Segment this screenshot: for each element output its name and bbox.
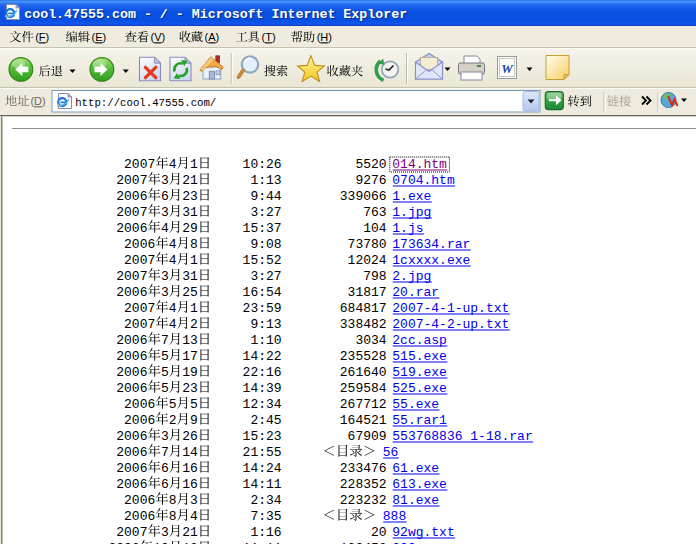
- svg-text:2: 2: [190, 317, 198, 332]
- svg-text:2006: 2006: [124, 509, 155, 524]
- svg-text:73780: 73780: [348, 237, 387, 252]
- svg-text:261640: 261640: [340, 365, 387, 380]
- svg-text:25: 25: [182, 285, 198, 300]
- svg-text:15:23: 15:23: [243, 429, 282, 444]
- svg-text:(A): (A): [205, 31, 220, 43]
- svg-text:223232: 223232: [340, 493, 387, 508]
- svg-text:12:34: 12:34: [243, 397, 282, 412]
- svg-text:2006: 2006: [116, 477, 147, 492]
- svg-text:9:44: 9:44: [250, 189, 281, 204]
- svg-text:2006: 2006: [124, 237, 155, 252]
- svg-text:4: 4: [169, 157, 177, 172]
- svg-text:16: 16: [182, 477, 198, 492]
- svg-text:8: 8: [169, 509, 177, 524]
- svg-text:2007: 2007: [116, 525, 147, 540]
- svg-text:3: 3: [161, 173, 169, 188]
- svg-text:56: 56: [383, 445, 399, 460]
- svg-text:2007: 2007: [124, 301, 155, 316]
- svg-text:55.exe: 55.exe: [392, 397, 439, 412]
- svg-text:6: 6: [161, 477, 169, 492]
- svg-text:1: 1: [190, 157, 198, 172]
- svg-text:9:13: 9:13: [250, 317, 281, 332]
- svg-text:31: 31: [182, 269, 198, 284]
- svg-text:13: 13: [182, 333, 198, 348]
- svg-text:16:54: 16:54: [243, 285, 282, 300]
- svg-text:2006: 2006: [116, 285, 147, 300]
- svg-text:2007-4-1-up.txt: 2007-4-1-up.txt: [392, 301, 509, 316]
- svg-text:5: 5: [161, 349, 169, 364]
- svg-text:2.jpg: 2.jpg: [392, 269, 431, 284]
- svg-text:cool.47555.com - / - Microsoft: cool.47555.com - / - Microsoft Internet …: [24, 7, 407, 22]
- svg-text:(H): (H): [317, 31, 332, 43]
- svg-text:W: W: [501, 61, 514, 76]
- svg-text:92wg.txt: 92wg.txt: [392, 525, 454, 540]
- svg-text:5: 5: [161, 365, 169, 380]
- svg-text:2007: 2007: [124, 253, 155, 268]
- svg-text:798: 798: [363, 269, 386, 284]
- svg-text:338482: 338482: [340, 317, 387, 332]
- svg-text:5520: 5520: [355, 157, 386, 172]
- svg-text:5: 5: [190, 397, 198, 412]
- svg-text:16: 16: [182, 461, 198, 476]
- svg-text:2006: 2006: [116, 349, 147, 364]
- svg-text:1:10: 1:10: [250, 333, 281, 348]
- svg-text:23: 23: [182, 381, 198, 396]
- svg-text:3: 3: [161, 269, 169, 284]
- svg-text:8: 8: [190, 237, 198, 252]
- svg-text:http://cool.47555.com/: http://cool.47555.com/: [75, 97, 216, 109]
- svg-text:3: 3: [161, 285, 169, 300]
- svg-text:763: 763: [363, 205, 386, 220]
- svg-text:1: 1: [190, 253, 198, 268]
- svg-text:3:27: 3:27: [250, 205, 281, 220]
- svg-text:3: 3: [161, 429, 169, 444]
- svg-text:2: 2: [169, 413, 177, 428]
- svg-text:519.exe: 519.exe: [392, 365, 447, 380]
- svg-text:3:27: 3:27: [250, 269, 281, 284]
- svg-text:81.exe: 81.exe: [392, 493, 439, 508]
- svg-text:22:16: 22:16: [243, 365, 282, 380]
- svg-text:2006: 2006: [116, 365, 147, 380]
- svg-text:14:11: 14:11: [243, 477, 282, 492]
- svg-text:1:13: 1:13: [250, 173, 281, 188]
- svg-text:0704.htm: 0704.htm: [392, 173, 455, 188]
- svg-text:5: 5: [161, 381, 169, 396]
- svg-text:9:08: 9:08: [250, 237, 281, 252]
- svg-text:(F): (F): [35, 31, 49, 43]
- svg-text:4: 4: [161, 221, 169, 236]
- svg-text:7: 7: [161, 445, 169, 460]
- svg-text:888: 888: [383, 509, 406, 524]
- svg-text:31817: 31817: [348, 285, 387, 300]
- svg-text:2:45: 2:45: [250, 413, 281, 428]
- svg-text:3: 3: [190, 493, 198, 508]
- svg-text:2006: 2006: [124, 413, 155, 428]
- svg-text:2006: 2006: [124, 397, 155, 412]
- svg-text:29: 29: [182, 221, 198, 236]
- svg-text:2006: 2006: [116, 221, 147, 236]
- svg-text:9276: 9276: [355, 173, 386, 188]
- svg-text:21: 21: [182, 525, 198, 540]
- svg-text:3: 3: [161, 525, 169, 540]
- svg-text:339066: 339066: [340, 189, 387, 204]
- svg-text:1: 1: [190, 301, 198, 316]
- svg-text:2006: 2006: [116, 429, 147, 444]
- svg-text:2006: 2006: [124, 493, 155, 508]
- svg-text:6: 6: [161, 189, 169, 204]
- svg-text:2006: 2006: [116, 445, 147, 460]
- svg-text:525.exe: 525.exe: [392, 381, 447, 396]
- svg-text:173634.rar: 173634.rar: [392, 237, 470, 252]
- svg-text:233476: 233476: [340, 461, 387, 476]
- svg-text:2cc.asp: 2cc.asp: [392, 333, 447, 348]
- svg-text:2007: 2007: [116, 269, 147, 284]
- svg-text:61.exe: 61.exe: [392, 461, 439, 476]
- svg-text:14:24: 14:24: [243, 461, 282, 476]
- svg-text:(D): (D): [30, 95, 45, 107]
- svg-text:1.js: 1.js: [392, 221, 423, 236]
- svg-text:20.rar: 20.rar: [392, 285, 439, 300]
- svg-text:8: 8: [169, 493, 177, 508]
- svg-text:164521: 164521: [340, 413, 387, 428]
- svg-text:4: 4: [169, 253, 177, 268]
- svg-text:2007: 2007: [116, 205, 147, 220]
- svg-text:14:39: 14:39: [243, 381, 282, 396]
- svg-text:4: 4: [169, 301, 177, 316]
- svg-text:2007: 2007: [124, 317, 155, 332]
